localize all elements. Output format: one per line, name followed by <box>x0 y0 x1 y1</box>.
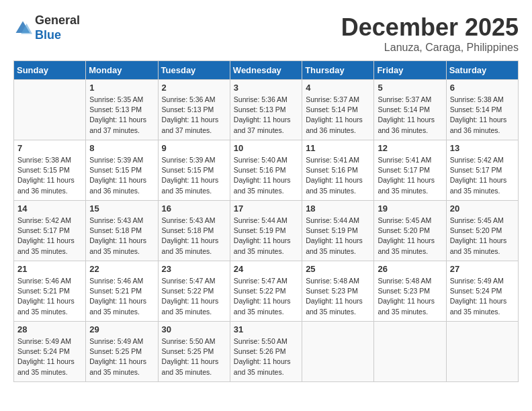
table-row <box>14 80 86 140</box>
info-line: Sunset: 5:16 PM <box>306 166 358 174</box>
day-number: 17 <box>234 203 298 214</box>
cell-info: Sunrise: 5:43 AMSunset: 5:18 PMDaylight:… <box>89 216 154 257</box>
table-row: 24Sunrise: 5:47 AMSunset: 5:22 PMDayligh… <box>230 261 302 322</box>
info-line: Daylight: 11 hours <box>306 116 363 124</box>
table-row: 27Sunrise: 5:49 AMSunset: 5:24 PMDayligh… <box>446 261 518 322</box>
col-thursday: Thursday <box>302 61 374 80</box>
info-line: and 35 minutes. <box>89 368 140 376</box>
info-line: Sunrise: 5:46 AM <box>89 277 143 285</box>
table-row: 10Sunrise: 5:40 AMSunset: 5:16 PMDayligh… <box>230 140 302 201</box>
table-row: 15Sunrise: 5:43 AMSunset: 5:18 PMDayligh… <box>86 201 158 261</box>
info-line: Daylight: 11 hours <box>234 236 291 244</box>
month-title: December 2025 <box>341 13 519 42</box>
info-line: Sunrise: 5:46 AM <box>17 277 71 285</box>
info-line: Sunrise: 5:36 AM <box>234 95 287 103</box>
info-line: Daylight: 11 hours <box>306 297 363 305</box>
info-line: Sunrise: 5:42 AM <box>450 156 504 164</box>
cell-info: Sunrise: 5:49 AMSunset: 5:24 PMDaylight:… <box>450 276 515 317</box>
day-number: 10 <box>234 143 298 153</box>
logo: General Blue <box>13 13 80 42</box>
day-number: 14 <box>17 203 82 214</box>
day-number: 7 <box>17 143 82 153</box>
day-number: 16 <box>162 203 226 214</box>
day-number: 12 <box>378 143 442 153</box>
info-line: Sunrise: 5:44 AM <box>306 216 359 224</box>
table-row: 23Sunrise: 5:47 AMSunset: 5:22 PMDayligh… <box>158 261 230 322</box>
info-line: and 37 minutes. <box>162 126 212 134</box>
calendar-table: Sunday Monday Tuesday Wednesday Thursday… <box>13 60 519 382</box>
day-number: 22 <box>89 264 154 274</box>
cell-info: Sunrise: 5:35 AMSunset: 5:13 PMDaylight:… <box>89 95 154 136</box>
cell-info: Sunrise: 5:46 AMSunset: 5:21 PMDaylight:… <box>89 276 154 317</box>
cell-info: Sunrise: 5:42 AMSunset: 5:17 PMDaylight:… <box>450 155 515 196</box>
info-line: Daylight: 11 hours <box>162 116 219 124</box>
day-number: 4 <box>306 83 370 93</box>
info-line: and 35 minutes. <box>89 308 140 316</box>
info-line: Sunrise: 5:39 AM <box>162 156 216 164</box>
table-row: 19Sunrise: 5:45 AMSunset: 5:20 PMDayligh… <box>374 201 446 261</box>
day-number: 27 <box>450 264 515 274</box>
info-line: Sunrise: 5:45 AM <box>450 216 504 224</box>
info-line: Daylight: 11 hours <box>89 236 146 244</box>
day-number: 19 <box>378 203 442 214</box>
table-row: 1Sunrise: 5:35 AMSunset: 5:13 PMDaylight… <box>86 80 158 140</box>
info-line: Sunrise: 5:43 AM <box>162 216 216 224</box>
table-row: 26Sunrise: 5:48 AMSunset: 5:23 PMDayligh… <box>374 261 446 322</box>
table-row: 4Sunrise: 5:37 AMSunset: 5:14 PMDaylight… <box>302 80 374 140</box>
info-line: Sunrise: 5:48 AM <box>378 277 431 285</box>
info-line: Sunrise: 5:49 AM <box>450 277 504 285</box>
day-number: 1 <box>89 83 154 93</box>
info-line: Sunset: 5:21 PM <box>89 287 142 295</box>
day-number: 29 <box>89 324 154 334</box>
info-line: and 37 minutes. <box>234 126 284 134</box>
info-line: Daylight: 11 hours <box>450 116 507 124</box>
info-line: and 36 minutes. <box>89 187 140 195</box>
info-line: Sunset: 5:17 PM <box>450 166 502 174</box>
info-line: Sunset: 5:23 PM <box>306 287 358 295</box>
cell-info: Sunrise: 5:41 AMSunset: 5:16 PMDaylight:… <box>306 155 370 196</box>
logo-general: General <box>35 13 80 27</box>
info-line: Sunrise: 5:38 AM <box>17 156 71 164</box>
day-number: 11 <box>306 143 370 153</box>
info-line: Daylight: 11 hours <box>378 297 435 305</box>
day-number: 20 <box>450 203 515 214</box>
day-number: 26 <box>378 264 442 274</box>
info-line: Sunrise: 5:43 AM <box>89 216 143 224</box>
info-line: Sunrise: 5:37 AM <box>378 95 431 103</box>
info-line: Sunrise: 5:40 AM <box>234 156 287 164</box>
info-line: Sunrise: 5:41 AM <box>378 156 431 164</box>
cell-info: Sunrise: 5:45 AMSunset: 5:20 PMDaylight:… <box>450 216 515 257</box>
cell-info: Sunrise: 5:47 AMSunset: 5:22 PMDaylight:… <box>162 276 226 317</box>
info-line: Sunset: 5:17 PM <box>378 166 430 174</box>
table-row: 11Sunrise: 5:41 AMSunset: 5:16 PMDayligh… <box>302 140 374 201</box>
info-line: Sunrise: 5:38 AM <box>450 95 504 103</box>
info-line: Daylight: 11 hours <box>234 176 291 184</box>
info-line: Daylight: 11 hours <box>378 116 435 124</box>
info-line: Daylight: 11 hours <box>89 297 146 305</box>
table-row: 28Sunrise: 5:49 AMSunset: 5:24 PMDayligh… <box>14 322 86 382</box>
cell-info: Sunrise: 5:46 AMSunset: 5:21 PMDaylight:… <box>17 276 82 317</box>
info-line: Sunrise: 5:45 AM <box>378 216 431 224</box>
table-row: 20Sunrise: 5:45 AMSunset: 5:20 PMDayligh… <box>446 201 518 261</box>
info-line: Sunset: 5:25 PM <box>89 347 142 355</box>
logo-blue: Blue <box>35 28 61 42</box>
cell-info: Sunrise: 5:36 AMSunset: 5:13 PMDaylight:… <box>234 95 298 136</box>
calendar-header: Sunday Monday Tuesday Wednesday Thursday… <box>14 61 519 80</box>
table-row: 30Sunrise: 5:50 AMSunset: 5:25 PMDayligh… <box>158 322 230 382</box>
location: Lanuza, Caraga, Philippines <box>341 42 519 54</box>
info-line: and 35 minutes. <box>234 308 284 316</box>
cell-info: Sunrise: 5:49 AMSunset: 5:25 PMDaylight:… <box>89 336 154 377</box>
info-line: Sunset: 5:16 PM <box>234 166 286 174</box>
info-line: Daylight: 11 hours <box>17 176 75 184</box>
info-line: Sunset: 5:17 PM <box>17 226 70 234</box>
info-line: Sunset: 5:20 PM <box>450 226 502 234</box>
info-line: and 35 minutes. <box>162 247 212 255</box>
info-line: and 35 minutes. <box>450 308 500 316</box>
cell-info: Sunrise: 5:40 AMSunset: 5:16 PMDaylight:… <box>234 155 298 196</box>
day-number: 21 <box>17 264 82 274</box>
info-line: Sunset: 5:18 PM <box>162 226 214 234</box>
info-line: Sunset: 5:15 PM <box>17 166 70 174</box>
info-line: Sunrise: 5:42 AM <box>17 216 71 224</box>
table-row <box>374 322 446 382</box>
title-area: December 2025 Lanuza, Caraga, Philippine… <box>341 13 519 54</box>
